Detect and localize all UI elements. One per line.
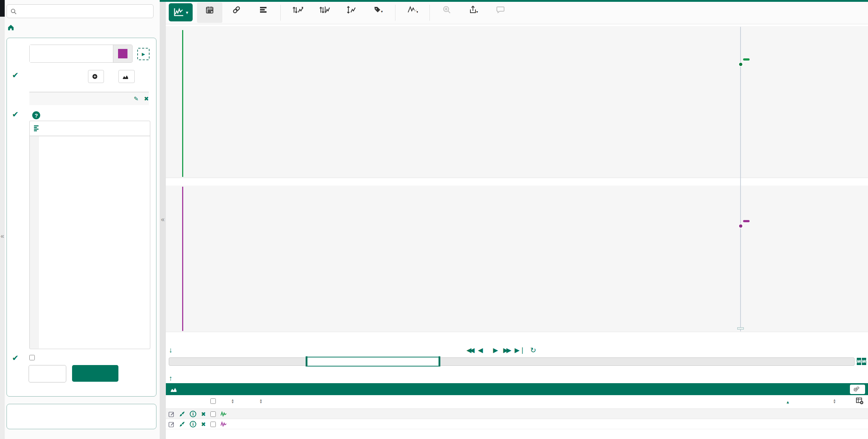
row-checkbox[interactable] bbox=[210, 422, 216, 427]
toolbar-zoom bbox=[434, 3, 460, 23]
cursor-value-highpass bbox=[743, 220, 750, 222]
sort-icon[interactable]: ▲▼ bbox=[833, 399, 836, 404]
svg-text:▾: ▾ bbox=[381, 9, 383, 13]
toolbar-labels[interactable]: ▾ bbox=[365, 3, 391, 23]
cancel-button[interactable] bbox=[29, 365, 66, 382]
calendar-icon bbox=[205, 4, 214, 14]
step-forward-icon[interactable]: ▶ bbox=[493, 346, 498, 354]
torque-waveform[interactable] bbox=[166, 26, 868, 178]
cursor-dot-highpass bbox=[738, 224, 743, 228]
help-icon[interactable]: ? bbox=[32, 111, 40, 119]
signal-color-swatch[interactable] bbox=[118, 49, 127, 58]
spread-icon bbox=[347, 4, 356, 14]
sort-icon[interactable]: ▲▼ bbox=[231, 399, 234, 404]
time-slider-track[interactable] bbox=[169, 357, 855, 366]
toolbar-one-lane[interactable] bbox=[285, 3, 310, 23]
insert-into-journal-icon[interactable]: ▸ bbox=[137, 48, 150, 60]
editor-body[interactable] bbox=[30, 136, 150, 348]
home-icon[interactable] bbox=[7, 24, 14, 31]
slider-handle-right[interactable] bbox=[439, 356, 440, 366]
toolbar-export[interactable]: ▾ bbox=[461, 3, 486, 23]
remove-icon[interactable]: ✖ bbox=[201, 411, 206, 418]
highpass-waveform[interactable] bbox=[166, 186, 868, 332]
variable-row: ✎ ✖ bbox=[29, 92, 149, 105]
arrow-up-icon[interactable]: ↑ bbox=[169, 374, 172, 382]
chevron-down-icon: ▾ bbox=[186, 10, 188, 15]
step-to-end-icon[interactable]: ▶❘ bbox=[515, 346, 525, 354]
add-column-icon[interactable] bbox=[856, 397, 864, 405]
customize-button[interactable] bbox=[850, 385, 865, 394]
variable-details-button[interactable] bbox=[118, 70, 135, 83]
select-all-checkbox-wrap bbox=[210, 398, 216, 406]
details-row-highpass[interactable]: i ✖ bbox=[166, 419, 868, 429]
toolbar-one-y-axis[interactable] bbox=[312, 3, 337, 23]
left-edge-strip: « bbox=[0, 17, 5, 439]
zoom-icon bbox=[443, 4, 451, 14]
toolbar-chain[interactable] bbox=[224, 3, 249, 23]
arrow-down-icon[interactable]: ↓ bbox=[169, 346, 172, 354]
remove-variable-icon[interactable]: ✖ bbox=[144, 96, 149, 102]
formula-editor[interactable] bbox=[29, 121, 150, 349]
toolbar-spread[interactable] bbox=[339, 3, 364, 23]
trend-toolbar: ▾ bbox=[166, 2, 868, 24]
info-icon[interactable]: i bbox=[190, 421, 196, 427]
var-name bbox=[29, 92, 76, 105]
refresh-icon[interactable]: ↻ bbox=[530, 346, 536, 355]
details-row-torque[interactable]: i ✖ bbox=[166, 409, 868, 419]
one-lane-icon bbox=[292, 4, 303, 14]
sort-icon[interactable]: ▲▼ bbox=[259, 399, 263, 404]
chart-cursor-line bbox=[740, 27, 741, 331]
collapse-sidebar-handle[interactable]: « bbox=[160, 216, 165, 223]
step-back-icon[interactable]: ◀ bbox=[478, 346, 483, 354]
slider-handle-left[interactable] bbox=[306, 356, 307, 366]
toolbar-calendar[interactable] bbox=[197, 3, 222, 23]
execute-button[interactable] bbox=[72, 365, 118, 382]
seeq-workbench: « bbox=[0, 0, 868, 439]
step-forward-fast-icon[interactable]: ▶▶ bbox=[503, 346, 510, 354]
color-swatch-addon[interactable] bbox=[113, 45, 132, 62]
select-all-checkbox[interactable] bbox=[210, 398, 216, 404]
time-slider-selection[interactable] bbox=[306, 357, 440, 366]
remove-icon[interactable]: ✖ bbox=[201, 421, 206, 428]
rocket-icon[interactable] bbox=[179, 411, 185, 417]
edit-icon[interactable] bbox=[168, 421, 175, 427]
variables-table: ✎ ✖ bbox=[29, 89, 149, 105]
toolbar-capsule[interactable] bbox=[251, 3, 276, 23]
collapse-left-handle[interactable]: « bbox=[0, 232, 5, 240]
derived-data-panel[interactable] bbox=[7, 404, 156, 429]
step-back-fast-icon[interactable]: ◀◀ bbox=[466, 346, 473, 354]
auto-update-icon[interactable] bbox=[857, 357, 866, 366]
tools-sidebar: ▸ ✔ bbox=[5, 0, 160, 439]
row-checkbox[interactable] bbox=[210, 411, 216, 417]
variable-search-button[interactable] bbox=[88, 70, 104, 83]
trend-icon bbox=[173, 8, 184, 17]
cursor-dot-torque bbox=[738, 62, 743, 67]
toolbar-separator bbox=[395, 5, 395, 21]
lane-column-header[interactable]: ▲ bbox=[786, 398, 790, 405]
dimming-icon: ▾ bbox=[407, 4, 418, 14]
edit-variable-icon[interactable]: ✎ bbox=[134, 96, 138, 102]
cursor-timestamp-tooltip bbox=[737, 327, 744, 330]
search-icon bbox=[11, 8, 17, 15]
cursor-value-torque bbox=[743, 58, 750, 61]
toolbar-annotate bbox=[488, 3, 513, 23]
toolbar-dimming[interactable]: ▾ bbox=[400, 3, 425, 23]
filter-tools-input[interactable] bbox=[20, 7, 150, 16]
toolbar-items: ▾ ▾ ▾ bbox=[197, 3, 513, 23]
details-chart-icon bbox=[170, 386, 177, 392]
investigate-start: ↑ bbox=[169, 374, 175, 382]
var-item bbox=[76, 92, 127, 105]
view-mode-dropdown[interactable]: ▾ bbox=[169, 3, 193, 21]
editor-lines-icon[interactable] bbox=[33, 125, 40, 132]
signal-icon bbox=[221, 411, 227, 417]
info-icon[interactable]: i bbox=[190, 411, 196, 417]
one-y-axis-icon bbox=[319, 4, 330, 14]
playback-controls: ◀◀ ◀ ▶ ▶▶ ▶❘ ↻ bbox=[466, 346, 536, 355]
tool-name-input[interactable] bbox=[30, 45, 113, 62]
available-outside-checkbox[interactable] bbox=[29, 355, 35, 360]
tool-name-group bbox=[29, 45, 133, 63]
rocket-icon[interactable] bbox=[179, 421, 185, 427]
panel-divider: « bbox=[160, 0, 166, 439]
edit-icon[interactable] bbox=[168, 411, 175, 417]
export-icon: ▾ bbox=[469, 4, 478, 14]
